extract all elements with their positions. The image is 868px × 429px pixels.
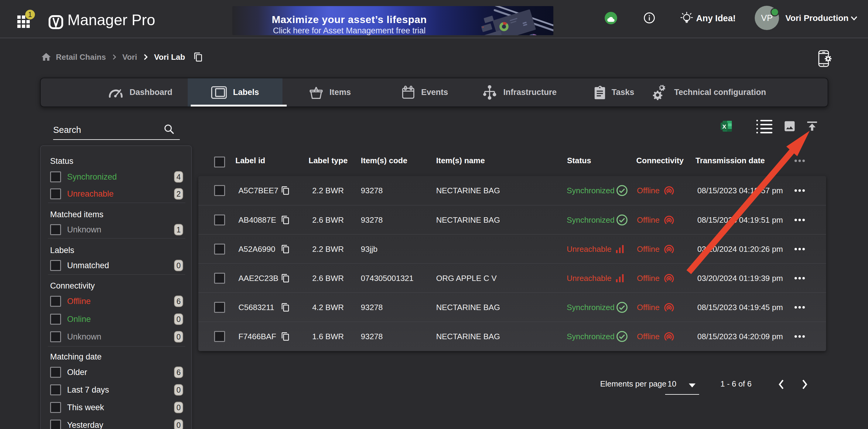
- svg-text:X: X: [722, 124, 726, 130]
